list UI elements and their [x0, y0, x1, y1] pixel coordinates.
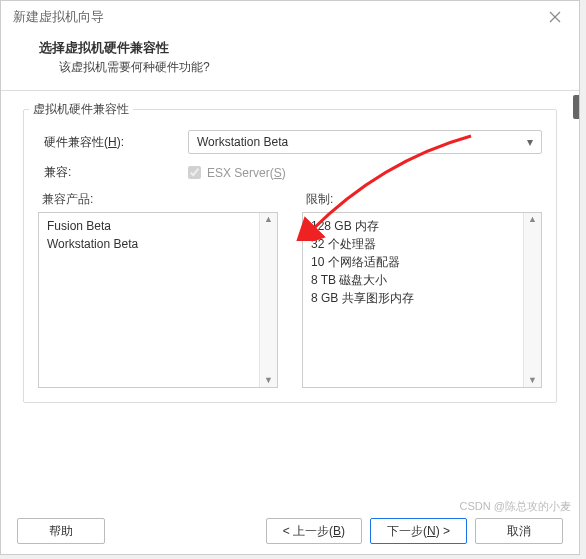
products-column: 兼容产品: Fusion Beta Workstation Beta ▲ ▼: [38, 191, 278, 388]
select-value: Workstation Beta: [197, 135, 288, 149]
limits-column: 限制: 128 GB 内存 32 个处理器 10 个网络适配器 8 TB 磁盘大…: [302, 191, 542, 388]
esx-checkbox: [188, 166, 201, 179]
limits-label: 限制:: [302, 191, 542, 208]
next-button[interactable]: 下一步(N) >: [370, 518, 467, 544]
chevron-down-icon: ▾: [527, 135, 533, 149]
help-button[interactable]: 帮助: [17, 518, 105, 544]
list-item: 128 GB 内存: [311, 217, 515, 235]
hardware-compat-label: 硬件兼容性(H):: [38, 134, 188, 151]
products-listbox[interactable]: Fusion Beta Workstation Beta ▲ ▼: [38, 212, 278, 388]
nav-buttons: < 上一步(B) 下一步(N) > 取消: [266, 518, 563, 544]
scroll-down-icon[interactable]: ▼: [264, 376, 273, 385]
compat-label: 兼容:: [38, 164, 188, 181]
hardware-compat-group: 硬件兼容性(H): Workstation Beta ▾ 兼容: ESX Ser…: [23, 109, 557, 403]
page-subtitle: 该虚拟机需要何种硬件功能?: [39, 59, 551, 76]
footer-buttons: 帮助 < 上一步(B) 下一步(N) > 取消: [1, 518, 579, 544]
content-area: 虚拟机硬件兼容性 硬件兼容性(H): Workstation Beta ▾ 兼容…: [1, 91, 579, 413]
close-icon: [549, 11, 561, 23]
esx-checkbox-row: ESX Server(S): [188, 166, 286, 180]
new-vm-wizard-dialog: 新建虚拟机向导 选择虚拟机硬件兼容性 该虚拟机需要何种硬件功能? 虚拟机硬件兼容…: [0, 0, 580, 555]
list-item: 10 个网络适配器: [311, 253, 515, 271]
list-item: Fusion Beta: [47, 217, 251, 235]
groupbox-label: 虚拟机硬件兼容性: [29, 101, 133, 118]
scroll-up-icon[interactable]: ▲: [264, 215, 273, 224]
products-items: Fusion Beta Workstation Beta: [39, 213, 259, 387]
scrollbar[interactable]: ▲ ▼: [523, 213, 541, 387]
cancel-button[interactable]: 取消: [475, 518, 563, 544]
two-column-lists: 兼容产品: Fusion Beta Workstation Beta ▲ ▼ 限…: [38, 191, 542, 388]
products-label: 兼容产品:: [38, 191, 278, 208]
close-button[interactable]: [539, 3, 571, 31]
list-item: 8 TB 磁盘大小: [311, 271, 515, 289]
titlebar: 新建虚拟机向导: [1, 1, 579, 33]
scroll-down-icon[interactable]: ▼: [528, 376, 537, 385]
hardware-compat-select[interactable]: Workstation Beta ▾: [188, 130, 542, 154]
compat-row: 兼容: ESX Server(S): [38, 164, 542, 181]
scroll-up-icon[interactable]: ▲: [528, 215, 537, 224]
edge-tab: [573, 95, 579, 119]
hardware-compat-row: 硬件兼容性(H): Workstation Beta ▾: [38, 130, 542, 154]
watermark: CSDN @陈总攻的小麦: [460, 499, 571, 514]
page-title: 选择虚拟机硬件兼容性: [39, 39, 551, 57]
back-button[interactable]: < 上一步(B): [266, 518, 362, 544]
esx-label: ESX Server(S): [207, 166, 286, 180]
window-title: 新建虚拟机向导: [13, 8, 104, 26]
list-item: 8 GB 共享图形内存: [311, 289, 515, 307]
scrollbar[interactable]: ▲ ▼: [259, 213, 277, 387]
limits-items: 128 GB 内存 32 个处理器 10 个网络适配器 8 TB 磁盘大小 8 …: [303, 213, 523, 387]
list-item: Workstation Beta: [47, 235, 251, 253]
limits-listbox[interactable]: 128 GB 内存 32 个处理器 10 个网络适配器 8 TB 磁盘大小 8 …: [302, 212, 542, 388]
list-item: 32 个处理器: [311, 235, 515, 253]
wizard-header: 选择虚拟机硬件兼容性 该虚拟机需要何种硬件功能?: [1, 33, 579, 91]
